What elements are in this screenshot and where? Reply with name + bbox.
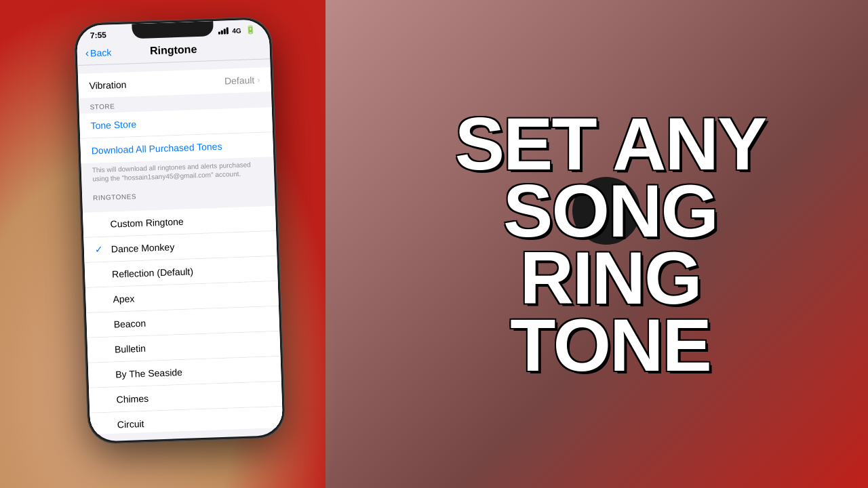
settings-content: Vibration Default › STORE Tone Store Dow… bbox=[77, 59, 283, 434]
overlay-line1: SET ANY bbox=[380, 110, 841, 177]
back-label: Back bbox=[90, 47, 112, 58]
ringtone-name: Apex bbox=[113, 293, 134, 304]
checkmark-icon bbox=[101, 425, 112, 426]
ringtone-name: Custom Ringtone bbox=[110, 216, 184, 230]
ringtones-group: Custom Ringtone✓Dance MonkeyReflection (… bbox=[83, 206, 283, 434]
phone-notch bbox=[132, 21, 214, 39]
vibration-value: Default bbox=[224, 75, 255, 87]
back-arrow-icon: ‹ bbox=[85, 47, 89, 60]
phone-device: 7:55 4G 🔋 ‹ Back Ri bbox=[74, 17, 285, 444]
status-icons: 4G 🔋 bbox=[218, 25, 256, 36]
checkmark-icon bbox=[99, 375, 110, 375]
ringtone-name: By The Seaside bbox=[115, 367, 182, 380]
overlay-text-container: SET ANY SONG RING TONE bbox=[380, 110, 841, 378]
checkmark-icon bbox=[98, 325, 108, 325]
checkmark-icon bbox=[98, 350, 109, 350]
tone-store-label: Tone Store bbox=[90, 119, 136, 131]
signal-icon bbox=[218, 27, 228, 35]
network-type: 4G bbox=[232, 26, 241, 34]
vibration-value-container: Default › bbox=[224, 75, 260, 87]
ringtone-name: Bulletin bbox=[115, 343, 146, 355]
phone-screen: 7:55 4G 🔋 ‹ Back Ri bbox=[76, 19, 283, 442]
status-time: 7:55 bbox=[90, 30, 107, 41]
vibration-chevron-icon: › bbox=[257, 75, 260, 85]
overlay-line3: RING bbox=[380, 244, 841, 311]
back-button[interactable]: ‹ Back bbox=[85, 46, 111, 59]
battery-icon: 🔋 bbox=[245, 25, 255, 35]
vibration-label: Vibration bbox=[89, 79, 127, 92]
ringtone-name: Reflection (Default) bbox=[112, 266, 193, 279]
ringtone-name: Beacon bbox=[113, 318, 146, 330]
checkmark-icon bbox=[94, 224, 105, 225]
ringtone-name: Chimes bbox=[116, 393, 149, 405]
checkmark-icon bbox=[96, 300, 107, 300]
ringtone-name: Dance Monkey bbox=[111, 241, 175, 254]
overlay-line2: SONG bbox=[380, 177, 841, 244]
checkmark-icon: ✓ bbox=[95, 244, 106, 256]
ringtone-name: Circuit bbox=[117, 418, 144, 430]
checkmark-icon bbox=[100, 400, 111, 401]
overlay-line4: TONE bbox=[380, 311, 841, 378]
download-tones-label: Download All Purchased Tones bbox=[92, 141, 222, 157]
checkmark-icon bbox=[96, 274, 106, 275]
phone-body: 7:55 4G 🔋 ‹ Back Ri bbox=[74, 17, 285, 444]
page-title: Ringtone bbox=[150, 43, 197, 57]
store-group: Tone Store Download All Purchased Tones bbox=[79, 107, 273, 163]
